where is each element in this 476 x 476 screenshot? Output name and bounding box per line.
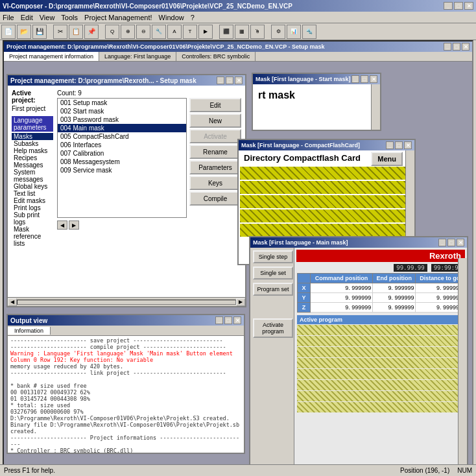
toolbar-b1[interactable]: Q [105, 25, 119, 39]
lang-list-item[interactable]: Messages [12, 161, 53, 169]
toolbar-new[interactable]: 📄 [1, 25, 16, 39]
cf-mask-close[interactable]: ✕ [404, 141, 412, 149]
toolbar-cut[interactable]: ✂ [53, 25, 67, 39]
activate-program-btn[interactable]: Activate program [253, 318, 293, 338]
menu-window[interactable]: Window [159, 14, 184, 21]
pm-min-btn[interactable]: _ [217, 77, 224, 84]
mask-list-item[interactable]: 008 Messagesystem [58, 158, 186, 166]
lang-list-item[interactable]: Global keys [12, 183, 53, 190]
lang-list-item[interactable]: Print logs [12, 204, 53, 211]
maximize-button[interactable]: □ [454, 2, 463, 10]
main-win-min[interactable]: _ [444, 43, 451, 51]
toolbar-b5[interactable]: A [167, 25, 182, 39]
activate-button[interactable]: Activate [189, 129, 241, 143]
lang-list-item[interactable]: System messages [12, 169, 53, 183]
main-window-title-btns: _ □ ✕ [444, 43, 470, 51]
lang-list-item[interactable]: Text list [12, 190, 53, 197]
menu-view[interactable]: View [40, 14, 55, 21]
toolbar-paste[interactable]: 📌 [84, 25, 99, 39]
tab-project-info[interactable]: Project management information [4, 52, 99, 61]
toolbar-b8[interactable]: ⬛ [219, 25, 233, 39]
lang-params-header: Language parameters [12, 116, 53, 132]
toolbar-b4[interactable]: 🔧 [152, 25, 166, 39]
mask-list-item[interactable]: 006 Interfaces [58, 141, 186, 149]
toolbar-b13[interactable]: 🔩 [302, 25, 316, 39]
table-row-z: Z 9. 999999 9. 999999 9. 999999 [298, 303, 464, 313]
lang-list-item[interactable]: Help masks [12, 147, 53, 154]
main-win-close[interactable]: ✕ [462, 43, 470, 51]
output-max[interactable]: □ [224, 316, 232, 324]
main-mask-title-btns: _ □ ✕ [438, 239, 464, 246]
toolbar-b10[interactable]: 🖱 [250, 25, 265, 39]
cf-mask-title: Mask [First language - CompactFlashCard]… [239, 140, 414, 150]
lang-list-item[interactable]: Subasks [12, 140, 53, 147]
mask-list-item[interactable]: 003 Password mask [58, 115, 186, 124]
lang-list-item[interactable]: Sub print logs [12, 211, 53, 226]
pm-max-btn[interactable]: □ [226, 77, 233, 84]
tab-language[interactable]: Language: First language [99, 52, 176, 61]
menu-tools[interactable]: Tools [61, 14, 78, 21]
toolbar-save[interactable]: 💾 [32, 25, 47, 39]
cf-heading: Directory Compactflash Card [244, 153, 361, 163]
toolbar-copy[interactable]: 📋 [69, 25, 83, 39]
compile-button[interactable]: Compile [189, 191, 241, 206]
lang-list-item[interactable]: Masks [12, 133, 53, 140]
toolbar-open[interactable]: 📂 [17, 25, 31, 39]
mask-list-item[interactable]: 001 Setup mask [58, 99, 186, 107]
toolbar-b12[interactable]: 📊 [287, 25, 301, 39]
scroll-left-btn[interactable]: ◀ [8, 298, 17, 306]
menu-file[interactable]: File [3, 14, 14, 21]
main-mask-panel: Mask [First language - Main mask] _ □ ✕ … [249, 236, 468, 468]
lang-list-item[interactable]: Edit masks [12, 197, 53, 204]
mask-list-item[interactable]: 007 Calibration [58, 149, 186, 158]
lang-list-item[interactable]: Mask reference lists [12, 226, 53, 247]
cf-mask-max[interactable]: □ [395, 141, 403, 149]
toolbar-b2[interactable]: ⊕ [121, 25, 135, 39]
start-mask-scrollbar[interactable] [371, 84, 380, 130]
toolbar-b6[interactable]: T [183, 25, 197, 39]
menu-edit[interactable]: Edit [21, 14, 33, 21]
toolbar-b7[interactable]: ▶ [198, 25, 213, 39]
toolbar-b11[interactable]: ⚙ [271, 25, 285, 39]
mask-list-item[interactable]: 002 Start mask [58, 107, 186, 115]
rename-button[interactable]: Rename [189, 145, 241, 159]
main-mask-min[interactable]: _ [438, 239, 446, 246]
start-mask-max[interactable]: □ [361, 75, 368, 83]
new-button[interactable]: New [189, 113, 241, 128]
edit-button[interactable]: Edit [189, 98, 241, 112]
mask-list-item[interactable]: 009 Service mask [58, 166, 186, 174]
output-close[interactable]: ✕ [233, 316, 241, 324]
scroll-right-btn[interactable]: ▶ [236, 298, 245, 306]
mask-list-item[interactable]: 004 Main mask [58, 124, 186, 132]
main-mask-close[interactable]: ✕ [457, 239, 464, 246]
toolbar-b3[interactable]: ⊖ [136, 25, 150, 39]
menu-project[interactable]: Project Management! [84, 14, 152, 21]
main-mask-max[interactable]: □ [447, 239, 455, 246]
pm-close-btn[interactable]: ✕ [235, 77, 243, 84]
tab-controllers[interactable]: Controllers: BRC symbolic [176, 52, 256, 61]
cf-mask-min[interactable]: _ [386, 141, 394, 149]
lang-list-item[interactable]: Recipes [12, 154, 53, 161]
start-mask-close[interactable]: ✕ [370, 75, 377, 83]
output-info-tab[interactable]: Information [8, 327, 51, 335]
output-min[interactable]: _ [215, 316, 223, 324]
menu-help[interactable]: ? [191, 14, 195, 21]
program-set-btn[interactable]: Program set [253, 283, 293, 296]
cf-menu-button[interactable]: Menu [371, 152, 403, 166]
single-set-btn[interactable]: Single set [253, 267, 293, 280]
keys-button[interactable]: Keys [189, 176, 241, 190]
main-mask-scrollbar[interactable] [458, 258, 467, 467]
start-mask-min[interactable]: _ [351, 75, 359, 83]
minimize-button[interactable]: _ [444, 2, 453, 10]
single-step-btn[interactable]: Single step [253, 250, 293, 263]
close-button[interactable]: ✕ [464, 2, 473, 10]
scroll-right[interactable]: ▶ [69, 220, 79, 230]
axis-y-label: Y [298, 293, 311, 303]
cf-hatch-3 [240, 195, 413, 208]
main-win-max[interactable]: □ [453, 43, 460, 51]
active-program-stripe-8 [297, 402, 464, 412]
parameters-button[interactable]: Parameters [189, 160, 241, 174]
scroll-left[interactable]: ◀ [57, 220, 67, 230]
mask-list-item[interactable]: 005 CompactFlashCard [58, 132, 186, 141]
toolbar-b9[interactable]: ▦ [235, 25, 249, 39]
